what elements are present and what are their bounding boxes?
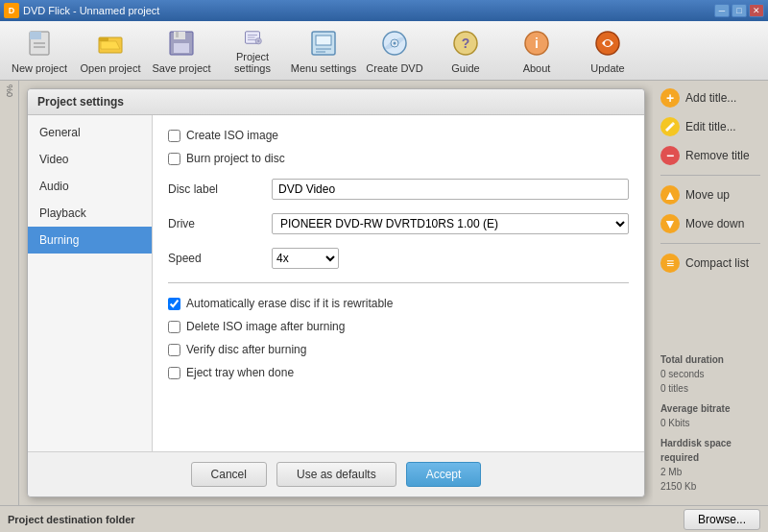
toolbar-new-project[interactable]: New project [4, 24, 75, 78]
menu-settings-icon [308, 28, 339, 59]
toolbar-update[interactable]: Update [572, 24, 643, 78]
add-title-button[interactable]: + Add title... [660, 86, 760, 109]
bottom-bar: Project destination folder Browse... [0, 505, 768, 532]
total-titles-value: 0 titles [660, 381, 760, 396]
burn-to-disc-checkbox[interactable] [168, 153, 180, 165]
drive-select[interactable]: PIONEER DVD-RW DVRTD10RS 1.00 (E) [272, 213, 629, 234]
edit-title-button[interactable]: Edit title... [660, 115, 760, 138]
open-project-label: Open project [81, 62, 141, 74]
toolbar: New project Open project Save project [0, 21, 768, 81]
avg-bitrate-value: 0 Kbits [660, 416, 760, 430]
avg-bitrate-section: Average bitrate 0 Kbits [660, 401, 760, 430]
edit-title-label: Edit title... [685, 120, 736, 133]
nav-video[interactable]: Video [28, 146, 152, 173]
remove-title-button[interactable]: − Remove title [660, 144, 760, 167]
compact-list-label: Compact list [685, 256, 749, 270]
disc-label-row: Disc label [168, 179, 629, 200]
save-project-icon [166, 28, 197, 59]
delete-iso-label: Delete ISO image after burning [186, 320, 345, 333]
browse-button[interactable]: Browse... [684, 509, 760, 530]
compact-icon: ≡ [660, 254, 680, 273]
restore-button[interactable]: □ [732, 4, 747, 17]
menu-settings-label: Menu settings [291, 62, 356, 74]
stats-box: Total duration 0 seconds 0 titles Averag… [660, 352, 760, 499]
toolbar-menu-settings[interactable]: Menu settings [288, 24, 359, 78]
content-area: Project settings General Video Audio Pla… [19, 81, 653, 505]
move-down-button[interactable]: ▼ Move down [660, 212, 760, 235]
speed-select[interactable]: 1x 2x 4x 8x Max [272, 248, 339, 269]
remove-title-label: Remove title [685, 149, 750, 162]
nav-burning[interactable]: Burning [28, 227, 152, 254]
svg-text:?: ? [462, 36, 470, 51]
hdd-space-label: Harddisk space required [660, 436, 760, 465]
verify-disc-label: Verify disc after burning [186, 343, 306, 356]
speed-row: Speed 1x 2x 4x 8x Max [168, 248, 629, 269]
open-project-icon [95, 28, 126, 59]
create-iso-checkbox[interactable] [168, 130, 180, 142]
use-as-defaults-button[interactable]: Use as defaults [276, 462, 396, 487]
auto-erase-label: Automatically erase disc if it is rewrit… [186, 297, 393, 310]
avg-bitrate-label: Average bitrate [660, 401, 760, 416]
nav-playback[interactable]: Playback [28, 200, 152, 227]
move-up-icon: ▲ [660, 185, 680, 205]
total-duration-label: Total duration [660, 352, 760, 367]
minimize-button[interactable]: ─ [714, 4, 730, 17]
move-down-icon: ▼ [660, 214, 680, 233]
create-dvd-label: Create DVD [366, 62, 422, 74]
svg-point-30 [605, 40, 611, 46]
add-title-label: Add title... [685, 91, 736, 105]
guide-label: Guide [451, 62, 479, 74]
verify-disc-checkbox[interactable] [168, 344, 180, 356]
create-iso-label: Create ISO image [186, 129, 278, 142]
dialog-title: Project settings [28, 89, 644, 115]
compact-list-button[interactable]: ≡ Compact list [660, 252, 760, 275]
close-button[interactable]: ✕ [749, 4, 764, 17]
toolbar-project-settings[interactable]: Project settings [217, 24, 288, 78]
dialog-buttons: Cancel Use as defaults Accept [28, 451, 644, 496]
save-project-label: Save project [152, 62, 210, 74]
disc-label-input[interactable] [272, 179, 629, 200]
project-settings-icon [237, 28, 268, 47]
move-down-label: Move down [685, 217, 744, 230]
edit-icon [660, 117, 680, 136]
project-destination-label: Project destination folder [8, 514, 135, 525]
nav-general[interactable]: General [28, 119, 152, 146]
hdd-space-mb: 2 Mb [660, 465, 760, 479]
project-settings-label: Project settings [219, 51, 286, 74]
svg-rect-9 [176, 32, 179, 37]
about-label: About [523, 62, 551, 74]
total-duration-value: 0 seconds [660, 367, 760, 381]
burn-to-disc-label: Burn project to disc [186, 152, 285, 165]
burning-settings-panel: Create ISO image Burn project to disc Di… [153, 115, 644, 451]
right-divider-1 [660, 175, 760, 176]
move-up-label: Move up [685, 188, 730, 202]
app-icon: D [4, 3, 19, 18]
disc-label-field-label: Disc label [168, 182, 264, 196]
drive-row: Drive PIONEER DVD-RW DVRTD10RS 1.00 (E) [168, 213, 629, 234]
toolbar-about[interactable]: i About [501, 24, 572, 78]
update-icon [592, 28, 623, 59]
eject-tray-checkbox[interactable] [168, 367, 180, 379]
toolbar-open-project[interactable]: Open project [75, 24, 146, 78]
new-project-label: New project [12, 62, 67, 74]
divider [168, 282, 629, 283]
burn-to-disc-row: Burn project to disc [168, 152, 629, 165]
project-settings-dialog: Project settings General Video Audio Pla… [27, 88, 645, 497]
accept-button[interactable]: Accept [406, 462, 482, 487]
toolbar-save-project[interactable]: Save project [146, 24, 217, 78]
delete-iso-checkbox[interactable] [168, 321, 180, 333]
move-up-button[interactable]: ▲ Move up [660, 183, 760, 206]
update-label: Update [590, 62, 624, 74]
auto-erase-checkbox[interactable] [168, 298, 180, 310]
delete-iso-row: Delete ISO image after burning [168, 320, 629, 333]
dialog-content: General Video Audio Playback Burning Cre… [28, 115, 644, 451]
right-divider-2 [660, 243, 760, 244]
remove-icon: − [660, 146, 680, 165]
dialog-nav: General Video Audio Playback Burning [28, 115, 153, 451]
hdd-space-kb: 2150 Kb [660, 479, 760, 494]
cancel-button[interactable]: Cancel [191, 462, 267, 487]
nav-audio[interactable]: Audio [28, 173, 152, 200]
toolbar-create-dvd[interactable]: Create DVD [359, 24, 430, 78]
toolbar-guide[interactable]: ? Guide [430, 24, 501, 78]
right-panel: + Add title... Edit title... − Remove ti… [653, 81, 768, 505]
